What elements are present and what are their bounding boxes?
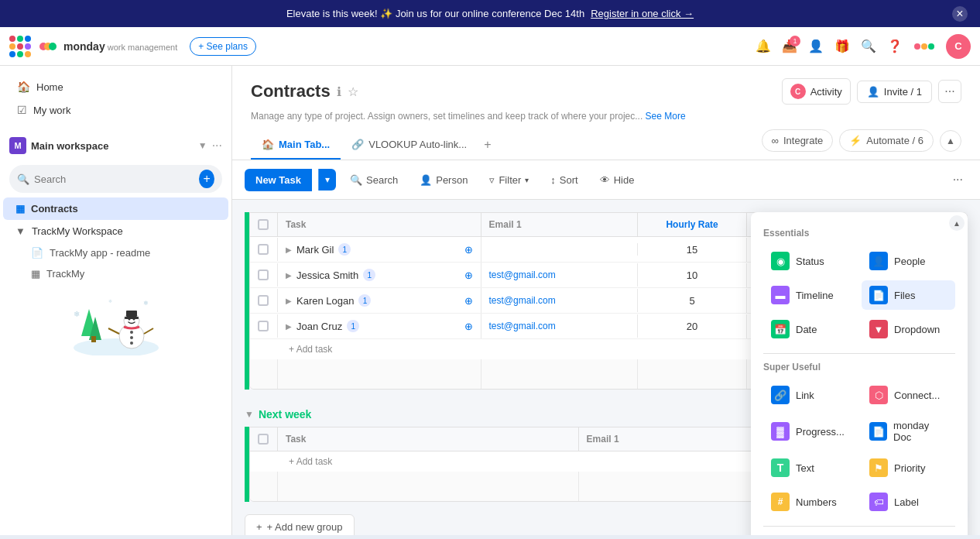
row4-expand-icon[interactable]: ▶ xyxy=(286,322,292,331)
sort-toolbar-button[interactable]: ↕ Sort xyxy=(543,170,585,191)
sort-toolbar-icon: ↕ xyxy=(550,174,556,186)
hide-toolbar-button[interactable]: 👁 Hide xyxy=(592,170,642,191)
svg-point-6 xyxy=(74,338,159,355)
banner-link[interactable]: Register in one click → xyxy=(591,8,694,19)
gift-icon[interactable]: 🎁 xyxy=(834,39,850,54)
row3-checkbox[interactable] xyxy=(250,289,278,312)
people-cp-icon: 👤 xyxy=(869,252,888,270)
see-more-link[interactable]: See More xyxy=(646,111,686,122)
search-box[interactable]: 🔍 + xyxy=(9,165,222,193)
cp-item-connect[interactable]: ⬡ Connect... xyxy=(862,380,955,410)
cp-item-timeline[interactable]: ▬ Timeline xyxy=(763,280,857,310)
inbox-icon[interactable]: 📥 1 xyxy=(782,39,797,54)
collapse-button[interactable]: ▲ xyxy=(940,130,961,152)
cp-item-date[interactable]: 📅 Date xyxy=(763,314,857,344)
row2-expand-icon[interactable]: ▶ xyxy=(286,271,292,280)
cp-item-people[interactable]: 👤 People xyxy=(862,246,955,276)
cp-item-dropdown[interactable]: ▼ Dropdown xyxy=(862,314,955,344)
filter-toolbar-button[interactable]: ▿ Filter ▾ xyxy=(481,170,536,191)
status-cp-label: Status xyxy=(796,256,824,267)
monday-apps-icon[interactable] xyxy=(913,39,935,54)
workspace-more-icon[interactable]: ··· xyxy=(212,139,222,153)
banner-close-button[interactable]: × xyxy=(952,6,968,22)
hide-toolbar-label: Hide xyxy=(614,174,635,186)
cp-item-numbers[interactable]: # Numbers xyxy=(763,487,857,517)
workspace-expand-icon: ▼ xyxy=(15,225,26,237)
row2-rate: 10 xyxy=(638,263,748,287)
workspace-header[interactable]: M Main workspace ▼ ··· xyxy=(0,131,231,160)
see-plans-button[interactable]: + See plans xyxy=(190,37,256,56)
more-columns-button[interactable]: More columns xyxy=(763,534,955,535)
info-icon[interactable]: ℹ xyxy=(337,84,341,99)
new-task-dropdown-button[interactable]: ▾ xyxy=(318,169,336,191)
group-wrapper: ▲ Essentials ◉ Status 👤 Peopl xyxy=(245,212,968,390)
tab-main[interactable]: 🏠 Main Tab... xyxy=(251,131,341,160)
sidebar-item-home[interactable]: 🏠 Home xyxy=(9,75,222,98)
automate-button[interactable]: ⚡ Automate / 6 xyxy=(839,129,934,152)
add-tab-button[interactable]: + xyxy=(478,130,497,160)
board-more-button[interactable]: ··· xyxy=(938,80,961,103)
notifications-icon[interactable]: 🔔 xyxy=(756,39,771,54)
add-group-label: + Add new group xyxy=(267,521,343,533)
add-new-group-button[interactable]: + + Add new group xyxy=(245,514,355,535)
cp-item-text[interactable]: T Text xyxy=(763,453,857,482)
help-icon[interactable]: ❓ xyxy=(887,39,903,54)
invite-icon[interactable]: 👤 xyxy=(808,39,824,54)
sidebar-item-contracts[interactable]: ▦ Contracts xyxy=(3,197,228,220)
row1-expand-icon[interactable]: ▶ xyxy=(286,245,292,254)
table-container: ▲ Essentials ◉ Status 👤 Peopl xyxy=(249,212,968,390)
search-toolbar-button[interactable]: 🔍 Search xyxy=(342,170,406,191)
row2-checkbox[interactable] xyxy=(250,263,278,287)
select-all-checkbox[interactable] xyxy=(258,219,269,230)
row1-add-icon[interactable]: ⊕ xyxy=(464,244,473,256)
person-toolbar-button[interactable]: 👤 Person xyxy=(412,170,475,191)
row2-add-icon[interactable]: ⊕ xyxy=(464,270,473,281)
sidebar-item-trackmy[interactable]: ▦ TrackMy xyxy=(3,263,228,284)
new-task-button[interactable]: New Task xyxy=(245,169,312,191)
row1-checkbox[interactable] xyxy=(250,238,278,261)
cp-item-label[interactable]: 🏷 Label xyxy=(862,487,955,517)
cp-item-link[interactable]: 🔗 Link xyxy=(763,380,857,410)
text-cp-label: Text xyxy=(796,462,814,474)
invite-button[interactable]: 👤 Invite / 1 xyxy=(857,81,932,103)
board-description: Manage any type of project. Assign owner… xyxy=(251,111,961,122)
row1-task: ▶ Mark Gil 1 ⊕ xyxy=(278,237,481,262)
row4-checkbox[interactable] xyxy=(250,314,278,338)
cp-item-monday-doc[interactable]: 📄 monday Doc xyxy=(862,414,955,448)
integrate-button[interactable]: ∞ Integrate xyxy=(762,129,834,152)
sidebar-item-my-work[interactable]: ☑ My work xyxy=(9,98,222,122)
add-board-button[interactable]: + xyxy=(199,170,214,188)
cp-item-progress[interactable]: ▓ Progress... xyxy=(763,414,857,448)
nw-sum-task xyxy=(278,472,579,501)
column-picker-scroll-button[interactable]: ▲ xyxy=(949,215,965,231)
apps-grid-icon[interactable] xyxy=(9,36,31,57)
activity-button[interactable]: C Activity xyxy=(782,78,851,105)
sidebar-item-trackmy-readme[interactable]: 📄 TrackMy app - readme xyxy=(3,242,228,263)
cp-item-priority[interactable]: ⚑ Priority xyxy=(862,453,955,482)
cp-divider xyxy=(763,353,955,354)
row4-add-icon[interactable]: ⊕ xyxy=(464,321,473,332)
workspace-chevron-icon: ▼ xyxy=(198,140,207,151)
my-work-icon: ☑ xyxy=(17,104,27,116)
row3-expand-icon[interactable]: ▶ xyxy=(286,297,292,305)
tab-vlookup[interactable]: 🔗 VLOOKUP Auto-link... xyxy=(341,131,478,160)
row3-add-icon[interactable]: ⊕ xyxy=(464,295,473,307)
sidebar-item-trackmy-workspace[interactable]: ▼ TrackMy Workspace xyxy=(3,220,228,242)
svg-text:❄: ❄ xyxy=(74,310,80,318)
user-avatar[interactable]: C xyxy=(946,34,971,59)
star-icon[interactable]: ☆ xyxy=(348,84,358,99)
cp-item-status[interactable]: ◉ Status xyxy=(763,246,857,276)
see-plans-label: + See plans xyxy=(198,41,248,52)
nw-select-all-checkbox[interactable] xyxy=(258,434,269,445)
toolbar-more-button[interactable]: ··· xyxy=(948,168,968,191)
th-hourly-rate: Hourly Rate xyxy=(638,213,748,236)
next-week-expand-icon[interactable]: ▼ xyxy=(245,409,254,420)
connect-cp-label: Connect... xyxy=(894,390,940,401)
sum-rate xyxy=(638,359,748,389)
search-input[interactable] xyxy=(34,173,194,185)
cp-item-files[interactable]: 📄 Files xyxy=(862,280,955,310)
search-icon[interactable]: 🔍 xyxy=(861,39,876,54)
content-area: Contracts ℹ ☆ C Activity 👤 Invite / 1 ··… xyxy=(232,66,980,535)
board-tabs: 🏠 Main Tab... 🔗 VLOOKUP Auto-link... + xyxy=(251,130,498,160)
svg-point-4 xyxy=(921,43,927,50)
